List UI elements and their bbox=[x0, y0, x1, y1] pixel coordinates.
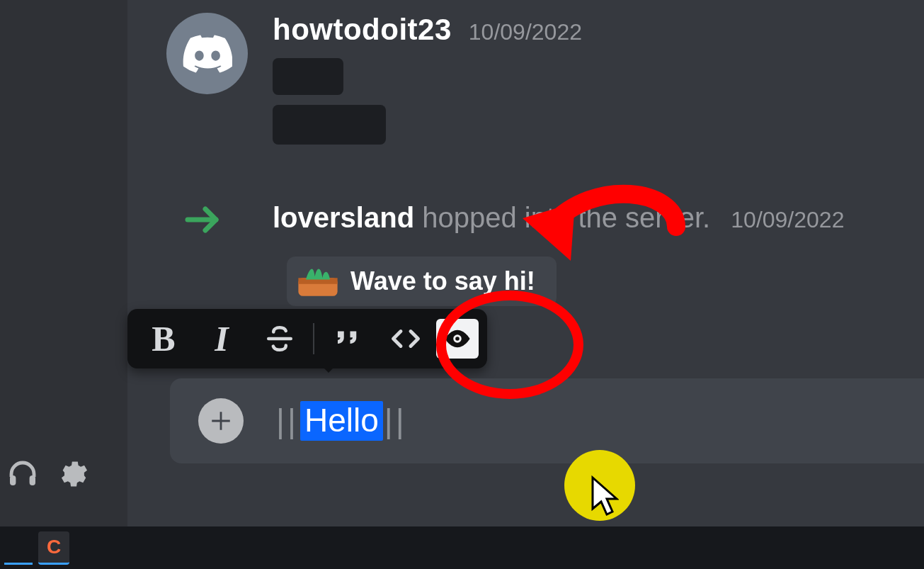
spoiler-hidden[interactable] bbox=[273, 105, 386, 145]
svg-rect-1 bbox=[30, 475, 35, 485]
system-message-text: hopped into the server. bbox=[422, 202, 710, 233]
spoiler-hidden[interactable] bbox=[273, 58, 343, 95]
username[interactable]: howtodoit23 bbox=[273, 13, 452, 47]
gear-icon[interactable] bbox=[57, 457, 91, 491]
username[interactable]: loversland bbox=[273, 202, 414, 233]
message-input-bar: || Hello || bbox=[170, 378, 924, 463]
spoiler-marker: || bbox=[384, 402, 407, 440]
code-button[interactable] bbox=[378, 316, 433, 361]
mouse-cursor-icon bbox=[589, 475, 619, 517]
wave-label: Wave to say hi! bbox=[350, 266, 535, 296]
blockquote-button[interactable] bbox=[320, 316, 375, 361]
toolbar-separator bbox=[313, 323, 314, 354]
spoiler-marker: || bbox=[276, 402, 299, 440]
message-input[interactable]: || Hello || bbox=[276, 401, 407, 441]
wave-to-say-hi-button[interactable]: Wave to say hi! bbox=[287, 257, 557, 306]
left-sidebar bbox=[0, 0, 127, 569]
add-attachment-button[interactable] bbox=[198, 398, 244, 444]
discord-logo-icon bbox=[183, 35, 232, 73]
message-timestamp: 10/09/2022 bbox=[469, 19, 582, 45]
chat-area: howtodoit23 10/09/2022 loversland hopped… bbox=[127, 0, 924, 569]
spoiler-button[interactable] bbox=[436, 319, 479, 359]
svg-rect-0 bbox=[10, 475, 16, 485]
avatar[interactable] bbox=[166, 13, 248, 94]
system-join-message: loversland hopped into the server. 10/09… bbox=[273, 202, 844, 234]
italic-button[interactable]: I bbox=[194, 316, 249, 361]
wave-emoji-icon bbox=[294, 263, 342, 300]
headphones-icon[interactable] bbox=[6, 457, 40, 491]
join-arrow-icon bbox=[184, 205, 227, 234]
taskbar-app[interactable]: C bbox=[38, 531, 69, 565]
selected-text: Hello bbox=[300, 401, 383, 441]
message-header: howtodoit23 10/09/2022 bbox=[273, 13, 582, 47]
taskbar: C bbox=[0, 526, 924, 569]
strikethrough-button[interactable] bbox=[252, 316, 307, 361]
text-format-toolbar: B I bbox=[127, 309, 487, 368]
svg-point-5 bbox=[455, 337, 460, 341]
taskbar-app[interactable] bbox=[4, 531, 33, 565]
message-timestamp: 10/09/2022 bbox=[731, 207, 844, 232]
bold-button[interactable]: B bbox=[136, 316, 191, 361]
